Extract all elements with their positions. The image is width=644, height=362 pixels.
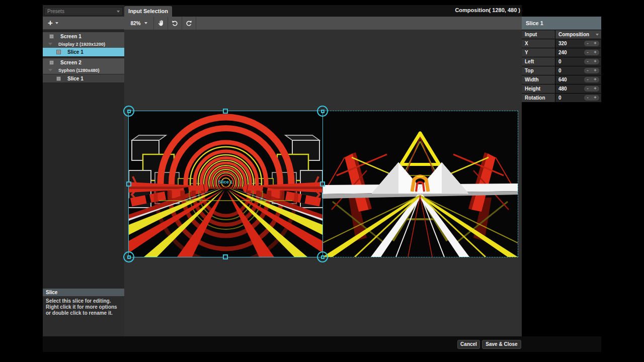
handle-square-icon — [321, 255, 325, 259]
undo-button[interactable] — [168, 17, 182, 30]
selection-handle-bottom-right[interactable] — [317, 251, 328, 262]
selection-handle-right-mid[interactable] — [320, 182, 325, 187]
add-slice-button[interactable]: + — [43, 19, 58, 27]
chevron-down-icon — [144, 22, 147, 24]
pan-tool-button[interactable] — [154, 17, 168, 30]
sidebar-item-slice-1-selected[interactable]: Slice 1 — [43, 48, 124, 56]
zoom-level-value: 82% — [130, 21, 140, 26]
presets-label: Presets — [47, 9, 64, 14]
slice-checkbox[interactable] — [56, 76, 61, 81]
plus-icon[interactable]: + — [594, 50, 596, 55]
left-field[interactable]: 0 -+ — [555, 57, 601, 66]
undo-icon — [171, 20, 179, 27]
presets-dropdown[interactable]: Presets — [44, 7, 123, 16]
save-close-button[interactable]: Save & Close — [482, 340, 521, 349]
selection-handle-bottom-left[interactable] — [123, 251, 134, 262]
plus-icon[interactable]: + — [594, 68, 596, 73]
selection-handle-top-left[interactable] — [123, 106, 134, 117]
minus-icon[interactable]: - — [587, 86, 588, 92]
inspector-row-top: Top 0 -+ — [522, 66, 601, 75]
plus-icon[interactable]: + — [594, 41, 596, 46]
tab-input-selection[interactable]: Input Selection — [124, 6, 172, 17]
inspector-row-y: Y 240 -+ — [522, 48, 601, 57]
sidebar-item-slice-1-screen2[interactable]: Slice 1 — [43, 74, 124, 82]
slice-name-tag: Slice 1 — [218, 179, 233, 185]
inspector-row-x: X 320 -+ — [522, 39, 601, 48]
selection-handle-top-mid[interactable] — [223, 109, 228, 114]
info-box-title: Slice — [43, 289, 124, 296]
slice-preview-left[interactable]: Slice 1 — [129, 111, 323, 257]
sidebar-item-syphon[interactable]: Syphon (1280x480) — [43, 66, 124, 74]
toolbar-separator — [196, 17, 196, 30]
footer-bar: Cancel Save & Close — [43, 336, 601, 352]
screen-checkbox[interactable] — [49, 34, 54, 39]
redo-icon — [185, 20, 193, 27]
handle-square-icon — [127, 255, 131, 259]
chevron-down-icon — [55, 22, 58, 24]
minus-icon[interactable]: - — [587, 59, 588, 64]
inspector-row-width: Width 640 -+ — [522, 75, 601, 84]
sidebar-item-screen-2[interactable]: Screen 2 — [43, 58, 124, 66]
input-selection-canvas[interactable]: Slice 1 — [124, 30, 522, 336]
composition-area[interactable]: Slice 1 — [129, 111, 518, 257]
redo-button[interactable] — [182, 17, 196, 30]
top-bar: Input Selection Composition( 1280, 480 ) — [124, 5, 522, 17]
minus-icon[interactable]: - — [587, 95, 588, 101]
x-stepper[interactable]: -+ — [584, 41, 599, 46]
inspector-row-height: Height 480 -+ — [522, 84, 601, 93]
plus-icon[interactable]: + — [594, 95, 596, 101]
minus-icon[interactable]: - — [587, 50, 588, 55]
selection-handle-bottom-mid[interactable] — [223, 254, 228, 259]
x-field[interactable]: 320 -+ — [555, 39, 601, 48]
width-stepper[interactable]: -+ — [584, 77, 599, 82]
y-stepper[interactable]: -+ — [584, 50, 599, 55]
sidebar-item-screen-1[interactable]: Screen 1 — [43, 32, 124, 40]
width-field[interactable]: 640 -+ — [555, 75, 601, 84]
rotation-field[interactable]: 0 -+ — [555, 94, 601, 102]
composition-size-label: Composition( 1280, 480 ) — [455, 7, 520, 13]
inspector-row-rotation: Rotation 0 -+ — [522, 94, 601, 102]
top-stepper[interactable]: -+ — [584, 68, 599, 73]
inspector-row-input-source: Input Source Composition — [522, 30, 601, 39]
left-stepper[interactable]: -+ — [584, 59, 599, 64]
screens-sidebar: Presets + Screen 1 Display 2 (1920x1200)… — [43, 5, 124, 337]
selection-handle-top-right[interactable] — [317, 106, 328, 117]
minus-icon[interactable]: - — [587, 41, 588, 46]
inspector-title: Slice 1 — [522, 17, 601, 30]
inspector-row-left: Left 0 -+ — [522, 57, 601, 66]
minus-icon[interactable]: - — [587, 68, 588, 73]
input-source-dropdown[interactable]: Composition — [555, 30, 601, 39]
height-field[interactable]: 480 -+ — [555, 84, 601, 93]
plus-icon: + — [48, 19, 53, 27]
canvas-toolbar: 82% — [124, 17, 522, 30]
slice-checkbox[interactable] — [56, 50, 61, 54]
minus-icon[interactable]: - — [587, 77, 588, 82]
composition-preview-right[interactable] — [323, 111, 518, 257]
cancel-button[interactable]: Cancel — [457, 340, 480, 349]
pyramids-video-image — [323, 111, 518, 257]
handle-square-icon — [321, 110, 325, 113]
chevron-down-icon — [117, 11, 120, 13]
sidebar-item-display-2[interactable]: Display 2 (1920x1200) — [43, 40, 124, 48]
plus-icon[interactable]: + — [594, 77, 596, 82]
zoom-level-dropdown[interactable]: 82% — [124, 17, 153, 30]
rotation-stepper[interactable]: -+ — [584, 95, 599, 101]
handle-square-icon — [127, 110, 131, 113]
height-stepper[interactable]: -+ — [584, 86, 599, 92]
slice-add-toolbar: + — [43, 17, 124, 30]
plus-icon[interactable]: + — [594, 59, 596, 64]
screen-checkbox[interactable] — [49, 60, 54, 65]
expander-icon[interactable] — [48, 69, 52, 71]
y-field[interactable]: 240 -+ — [555, 48, 601, 57]
top-field[interactable]: 0 -+ — [555, 66, 601, 75]
info-box-text: Select this slice for editing. Right cli… — [43, 296, 124, 337]
hand-icon — [157, 20, 165, 27]
app-window: Presets + Screen 1 Display 2 (1920x1200)… — [0, 0, 644, 362]
chevron-down-icon — [596, 34, 599, 36]
expander-icon[interactable] — [48, 43, 52, 45]
selection-handle-left-mid[interactable] — [126, 182, 131, 187]
plus-icon[interactable]: + — [594, 86, 596, 92]
